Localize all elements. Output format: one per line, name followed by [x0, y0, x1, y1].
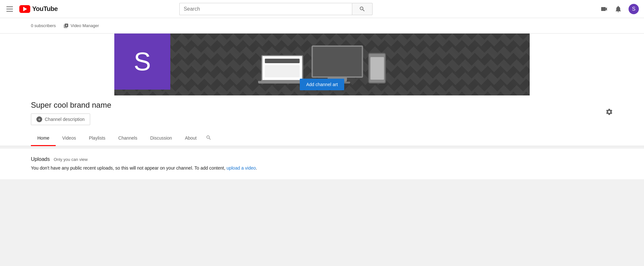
video-manager-icon [63, 23, 69, 28]
tab-about[interactable]: About [178, 130, 203, 146]
search-icon [359, 6, 365, 12]
channel-description-label: Channel description [45, 117, 85, 122]
uploads-description-prefix: You don't have any public recent uploads… [31, 165, 226, 171]
uploads-visibility: Only you can view [54, 157, 88, 162]
video-manager-label: Video Manager [71, 23, 99, 28]
bell-icon [614, 5, 622, 13]
tab-channels[interactable]: Channels [112, 130, 144, 146]
laptop-screen [261, 55, 303, 81]
channel-banner: S [114, 34, 530, 95]
phone-screen [370, 57, 384, 80]
channel-description-button[interactable]: + Channel description [31, 113, 90, 125]
channel-info-section: Super cool brand name + Channel descript… [0, 95, 644, 130]
channel-info-left: Super cool brand name + Channel descript… [31, 101, 111, 125]
tab-search-magnifier-icon [206, 135, 212, 141]
header-center [163, 3, 389, 15]
tab-playlists[interactable]: Playlists [82, 130, 112, 146]
channel-avatar-letter: S [134, 47, 151, 76]
laptop-base [258, 81, 307, 84]
settings-button[interactable] [605, 108, 613, 118]
plus-icon: + [36, 116, 42, 122]
video-camera-icon [600, 5, 608, 13]
tv-device [312, 45, 363, 84]
youtube-logo-text: YouTube [32, 5, 58, 13]
uploads-description-suffix: . [256, 165, 257, 171]
tv-screen [312, 45, 363, 78]
upload-video-icon[interactable] [600, 5, 608, 13]
notifications-icon[interactable] [614, 5, 622, 13]
laptop-screen-bar [265, 59, 300, 63]
hamburger-menu[interactable] [5, 5, 14, 13]
youtube-logo-icon [19, 5, 30, 13]
channel-tabs: Home Videos Playlists Channels Discussio… [0, 130, 644, 146]
laptop-screen-inner [262, 56, 302, 80]
add-channel-art-button[interactable]: Add channel art [300, 79, 344, 90]
tab-videos[interactable]: Videos [56, 130, 82, 146]
tab-home[interactable]: Home [31, 130, 56, 146]
header-left: YouTube [5, 5, 58, 13]
header: YouTube S [0, 0, 644, 18]
search-input[interactable] [179, 3, 352, 15]
laptop-device [258, 55, 307, 84]
search-form [179, 3, 373, 15]
tab-discussion[interactable]: Discussion [144, 130, 178, 146]
gear-icon [605, 108, 613, 116]
header-right: S [600, 4, 639, 14]
uploads-header: Uploads Only you can view [31, 156, 613, 162]
video-manager-link[interactable]: Video Manager [63, 23, 99, 28]
upload-video-link[interactable]: upload a video [226, 165, 256, 171]
uploads-title: Uploads [31, 156, 50, 162]
subscribers-count: 0 subscribers [31, 23, 56, 28]
channel-name: Super cool brand name [31, 101, 111, 110]
laptop-screen-content [265, 65, 300, 77]
phone-device [368, 53, 386, 84]
uploads-description: You don't have any public recent uploads… [31, 165, 613, 172]
avatar[interactable]: S [629, 4, 639, 14]
subheader: 0 subscribers Video Manager [0, 18, 644, 34]
banner-devices [258, 45, 386, 84]
channel-content: Uploads Only you can view You don't have… [0, 149, 644, 179]
search-button[interactable] [352, 3, 373, 15]
youtube-logo[interactable]: YouTube [19, 5, 58, 13]
channel-avatar: S [114, 34, 170, 90]
tab-search-icon[interactable] [203, 131, 214, 145]
